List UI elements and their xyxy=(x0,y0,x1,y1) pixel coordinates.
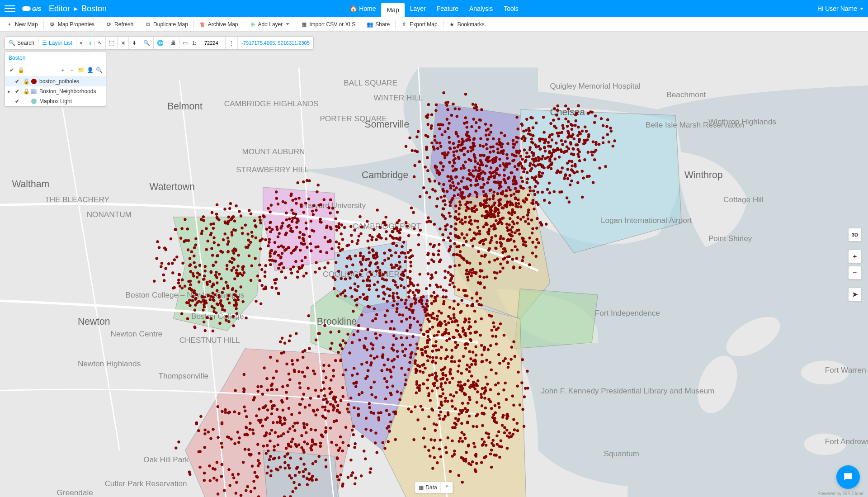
map-canvas[interactable]: BelmontSomervilleChelseaWinthropCambridg… xyxy=(0,32,868,497)
globe-tool[interactable]: 🌐 xyxy=(154,37,167,49)
layer-row[interactable]: ✔🔒boston_potholes xyxy=(5,76,106,86)
marker-tool[interactable]: ⬇ xyxy=(129,37,140,49)
nav-map[interactable]: Map xyxy=(382,3,405,17)
svg-point-756 xyxy=(508,223,511,226)
layer-add[interactable]: ＋ xyxy=(59,66,67,74)
refresh-button[interactable]: ⟳Refresh xyxy=(102,19,137,29)
svg-point-1392 xyxy=(439,259,442,261)
nav-layer[interactable]: Layer xyxy=(405,0,431,17)
svg-point-2242 xyxy=(282,432,285,435)
svg-point-1556 xyxy=(353,333,355,336)
nav-tools[interactable]: Tools xyxy=(498,0,524,17)
pointer-tool[interactable]: ↖ xyxy=(94,37,106,49)
nav-home[interactable]: 🏠Home xyxy=(344,0,381,17)
pan-tool[interactable]: ⤨ xyxy=(118,37,129,49)
svg-point-1156 xyxy=(464,217,467,219)
svg-point-922 xyxy=(449,175,452,178)
data-grid-button[interactable]: ▦Data xyxy=(415,482,441,493)
print-tool[interactable]: 🖶 xyxy=(167,37,179,49)
lock-icon[interactable]: 🔒 xyxy=(23,78,28,85)
layer-visible-all[interactable]: ✔ xyxy=(8,66,16,74)
nav-analysis[interactable]: Analysis xyxy=(464,0,498,17)
user-menu[interactable]: Hi User Name xyxy=(817,5,863,12)
svg-point-2393 xyxy=(306,443,309,445)
breadcrumb-editor[interactable]: Editor xyxy=(49,4,70,14)
svg-point-2101 xyxy=(450,360,453,363)
visibility-toggle[interactable]: ✔ xyxy=(15,98,20,104)
svg-point-1165 xyxy=(512,146,515,149)
svg-point-1171 xyxy=(522,187,525,190)
svg-point-171 xyxy=(235,204,238,207)
layer-zoom[interactable]: 🔍 xyxy=(95,66,103,74)
layer-user[interactable]: 👤 xyxy=(86,66,94,74)
layer-lock-all[interactable]: 🔒 xyxy=(17,66,25,74)
layer-row[interactable]: ✔Mapbox Light xyxy=(5,96,106,106)
layer-list-button[interactable]: ☰Layer List xyxy=(38,37,76,49)
add-layer-button[interactable]: ⊕Add Layer xyxy=(246,19,293,29)
search-button[interactable]: 🔍Search xyxy=(5,37,38,49)
info-button[interactable]: i xyxy=(86,37,94,49)
svg-point-659 xyxy=(461,143,464,146)
svg-point-2459 xyxy=(287,431,289,433)
svg-point-1673 xyxy=(445,328,448,331)
lock-icon[interactable]: 🔒 xyxy=(23,88,28,95)
svg-point-2899 xyxy=(542,155,544,158)
svg-point-2689 xyxy=(390,264,393,266)
svg-point-890 xyxy=(482,240,485,242)
layer-folder[interactable]: 📁 xyxy=(77,66,85,74)
measure-tool[interactable]: ▭ xyxy=(179,37,191,49)
svg-point-2224 xyxy=(373,412,375,415)
3d-toggle[interactable]: 3D xyxy=(848,228,862,241)
bookmarks-button[interactable]: ★Bookmarks xyxy=(445,19,488,29)
layer-row[interactable]: ▸✔🔒Boston_Neighborhoods xyxy=(5,86,106,96)
bottom-expand[interactable]: ⌃ xyxy=(441,482,453,493)
share-button[interactable]: 👥Share xyxy=(363,19,393,29)
select-rect-tool[interactable]: ⬚ xyxy=(106,37,118,49)
svg-point-1352 xyxy=(529,189,532,192)
svg-point-2779 xyxy=(376,256,378,258)
new-map-button[interactable]: ＋New Map xyxy=(3,19,42,29)
svg-point-963 xyxy=(527,194,530,196)
collapse-button[interactable]: « xyxy=(76,37,86,49)
nav-feature[interactable]: Feature xyxy=(431,0,464,17)
svg-point-571 xyxy=(422,186,425,189)
svg-point-2795 xyxy=(340,232,343,235)
svg-point-1805 xyxy=(428,416,430,418)
archive-map-button[interactable]: 🗑Archive Map xyxy=(196,19,242,29)
svg-point-282 xyxy=(240,215,242,218)
map-properties-button[interactable]: ⚙Map Properties xyxy=(46,19,98,29)
svg-point-1398 xyxy=(409,326,411,329)
svg-point-1376 xyxy=(375,313,378,316)
chat-button[interactable] xyxy=(836,465,860,489)
svg-point-2759 xyxy=(362,279,365,282)
layer-remove[interactable]: − xyxy=(68,66,76,74)
svg-point-610 xyxy=(457,146,459,148)
visibility-toggle[interactable]: ✔ xyxy=(15,78,20,85)
scale-input[interactable] xyxy=(198,37,224,49)
logo[interactable]: GIS xyxy=(21,3,43,14)
visibility-toggle[interactable]: ✔ xyxy=(15,88,20,95)
zoom-in-button[interactable]: + xyxy=(848,250,862,263)
export-map-button[interactable]: ⇪Export Map xyxy=(397,19,441,29)
zoom-out-tool[interactable]: 🔍 xyxy=(140,37,154,49)
more-tools[interactable]: ⋮ xyxy=(226,37,238,49)
svg-point-1522 xyxy=(430,295,433,298)
svg-point-2103 xyxy=(474,360,477,363)
svg-point-617 xyxy=(441,133,443,136)
duplicate-map-button[interactable]: ⧉Duplicate Map xyxy=(141,19,192,29)
zoom-out-button[interactable]: − xyxy=(848,266,862,279)
svg-point-2635 xyxy=(311,462,314,465)
svg-point-1678 xyxy=(427,252,430,255)
svg-point-1092 xyxy=(475,233,477,236)
svg-point-515 xyxy=(443,154,446,157)
import-csv-or-xls-button[interactable]: ▦Import CSV or XLS xyxy=(297,19,359,29)
svg-point-369 xyxy=(296,221,298,224)
locate-button[interactable]: ➤ xyxy=(848,288,862,301)
svg-point-444 xyxy=(329,212,332,214)
svg-point-574 xyxy=(439,145,442,148)
menu-icon[interactable] xyxy=(5,3,15,14)
svg-point-218 xyxy=(216,282,218,284)
breadcrumb-map-name[interactable]: Boston xyxy=(81,4,107,14)
svg-point-1364 xyxy=(426,299,429,302)
svg-point-2088 xyxy=(465,342,468,345)
